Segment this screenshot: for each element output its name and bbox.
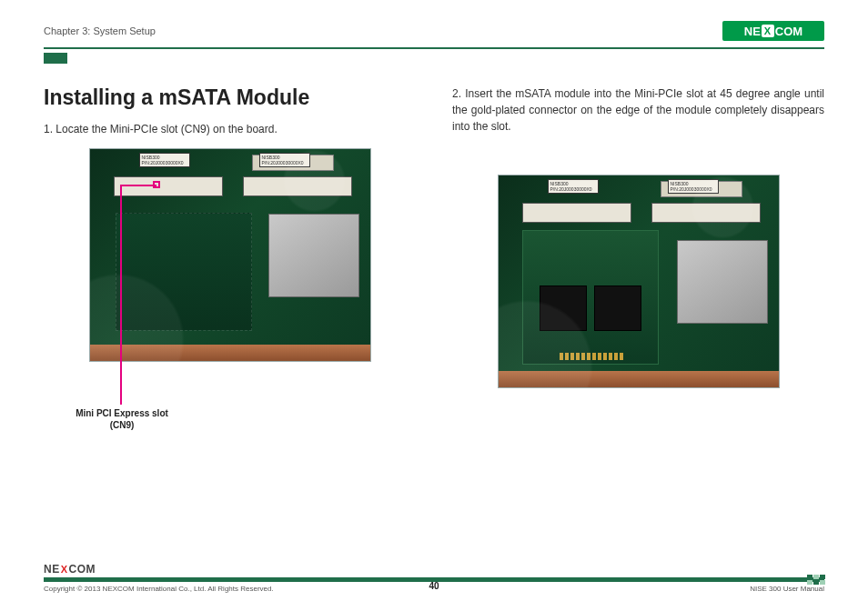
mini-pcie-connector-icon [243,176,352,196]
metal-shield-icon [677,240,768,324]
heatpipe-icon [499,371,779,387]
page-number: 40 [429,581,439,591]
callout-line2: (CN9) [110,420,135,430]
msata-module-icon [522,230,659,365]
metal-shield-icon [268,214,359,297]
footer-logo-x-icon: X [61,564,68,575]
board-photo-step1: NISB300 P/N:20J00030000X0 NISB300 P/N:20… [89,148,371,362]
callout-label: Mini PCI Express slot (CN9) [58,408,186,431]
chip-icon [661,181,742,197]
copyright-text: Copyright © 2013 NEXCOM International Co… [44,585,274,593]
pcb-sticker-label: NISB300 P/N:20J00030000X0 [668,179,719,194]
section-accent-block [44,53,67,64]
callout-dot-icon [153,181,160,188]
step-2-text: 2. Insert the mSATA module into the Mini… [452,85,824,135]
callout-line-icon [120,185,122,405]
footer-logo: NE X COM [44,563,824,576]
nand-chip-icon [594,285,641,331]
pcb-sticker-label: NISB300 P/N:20J00030000X0 [548,179,599,194]
brand-logo: NE X COM [722,21,824,41]
logo-part1: NE [744,25,761,38]
callout-line-icon [120,185,156,186]
page-title: Installing a mSATA Module [44,85,416,110]
logo-x-icon: X [762,25,774,37]
chapter-label: Chapter 3: System Setup [44,25,156,36]
footer-logo-part1: NE [44,563,60,576]
footer-ornament-icon [807,575,825,585]
gold-pad-icon [560,353,623,360]
mini-pcie-connector-icon [651,203,761,223]
mini-pcie-connector-icon [114,176,223,196]
header-divider [44,47,824,49]
pcb-sticker-label: NISB300 P/N:20J00030000X0 [259,153,310,167]
step-1-text: 1. Locate the Mini-PCIe slot (CN9) on th… [44,121,416,137]
heatpipe-icon [90,345,370,361]
callout-line1: Mini PCI Express slot [76,408,168,418]
footer-logo-part2: COM [69,563,96,576]
document-name: NISE 300 User Manual [750,585,824,593]
chip-icon [252,155,334,171]
pcb-sticker-label: NISB300 P/N:20J00030000X0 [139,153,190,167]
nand-chip-icon [540,285,587,331]
board-photo-step2: NISB300 P/N:20J00030000X0 NISB300 P/N:20… [498,175,780,388]
msata-pad-area [116,213,252,331]
mini-pcie-connector-icon [522,203,631,223]
logo-part2: COM [775,25,802,38]
